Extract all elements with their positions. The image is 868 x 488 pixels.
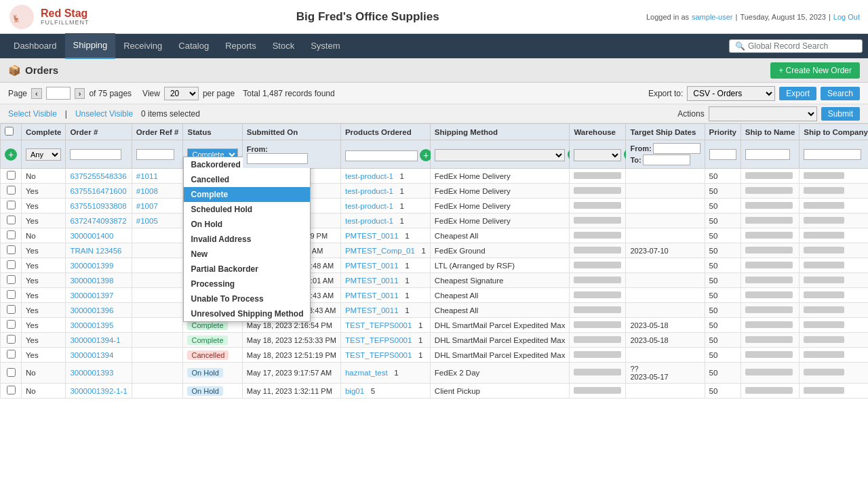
row-checkbox[interactable] — [7, 320, 16, 329]
priority-filter-input[interactable] — [709, 149, 736, 160]
nav-catalog[interactable]: Catalog — [170, 34, 217, 58]
create-new-order-button[interactable]: + Create New Order — [770, 62, 860, 79]
row-checkbox[interactable] — [7, 216, 16, 224]
product-link[interactable]: TEST_TEFPS0001 — [345, 351, 412, 359]
status-option-processing[interactable]: Processing — [184, 277, 310, 291]
prev-page-button[interactable]: ‹ — [31, 88, 42, 99]
export-button[interactable]: Export — [779, 87, 816, 100]
order-ref-link[interactable]: #1011 — [136, 172, 158, 180]
order-id-link[interactable]: 3000001397 — [70, 291, 113, 300]
nav-system[interactable]: System — [302, 34, 348, 58]
row-priority: 50 — [705, 348, 741, 363]
product-link[interactable]: PMTEST_0011 — [345, 291, 399, 300]
order-id-link[interactable]: 6375255548336 — [70, 172, 126, 180]
nav-shipping[interactable]: Shipping — [65, 33, 116, 59]
ship-name-filter-input[interactable] — [745, 149, 790, 160]
next-page-button[interactable]: › — [75, 88, 85, 99]
order-id-link[interactable]: 3000001393 — [70, 369, 113, 377]
order-ref-link[interactable]: #1008 — [136, 187, 158, 195]
order-id-link[interactable]: 3000001396 — [70, 306, 113, 314]
order-id-link[interactable]: 3000001398 — [70, 277, 113, 285]
row-ship-company — [800, 228, 868, 243]
product-link[interactable]: hazmat_test — [345, 369, 388, 377]
product-link[interactable]: test-product-1 — [345, 217, 393, 225]
order-id-link[interactable]: 6375510933808 — [70, 202, 126, 210]
global-search-bar[interactable]: 🔍 — [729, 39, 863, 53]
ship-company-filter-input[interactable] — [804, 149, 861, 160]
product-link[interactable]: test-product-1 — [345, 202, 393, 210]
status-option-scheduled-hold[interactable]: Scheduled Hold — [184, 202, 310, 217]
nav-receiving[interactable]: Receiving — [115, 34, 170, 58]
status-option-complete[interactable]: Complete — [184, 187, 310, 202]
row-checkbox[interactable] — [7, 335, 16, 344]
order-id-link[interactable]: 3000001392-1-1 — [70, 387, 127, 395]
order-ref-link[interactable]: #1007 — [136, 202, 158, 210]
order-id-link[interactable]: 6375516471600 — [70, 187, 126, 195]
row-checkbox[interactable] — [7, 368, 16, 377]
status-option-on-hold[interactable]: On Hold — [184, 217, 310, 232]
product-link[interactable]: PMTEST_Comp_01 — [345, 247, 415, 255]
status-option-new[interactable]: New — [184, 247, 310, 262]
shipping-filter-select[interactable] — [435, 149, 566, 161]
row-checkbox[interactable] — [7, 350, 16, 359]
row-checkbox[interactable] — [7, 230, 16, 239]
order-id-link[interactable]: 3000001394 — [70, 351, 113, 359]
order-id-link[interactable]: 3000001400 — [70, 232, 113, 240]
order-ref-link[interactable]: #1005 — [136, 217, 158, 225]
status-option-cancelled[interactable]: Cancelled — [184, 172, 310, 187]
row-checkbox[interactable] — [7, 171, 16, 180]
product-link[interactable]: PMTEST_0011 — [345, 262, 399, 270]
status-option-partial-backorder[interactable]: Partial Backorder — [184, 262, 310, 277]
order-ref-filter-input[interactable] — [136, 149, 174, 160]
row-checkbox[interactable] — [7, 290, 16, 299]
add-filter-button[interactable]: + — [5, 148, 17, 161]
actions-select[interactable] — [709, 106, 817, 121]
product-link[interactable]: TEST_TEFPS0001 — [345, 336, 412, 344]
product-link[interactable]: TEST_TEFPS0001 — [345, 321, 412, 329]
unselect-visible-link[interactable]: Unselect Visible — [75, 109, 133, 119]
target-to-input[interactable] — [643, 155, 690, 165]
row-checkbox[interactable] — [7, 260, 16, 269]
submitted-from-input[interactable] — [247, 153, 308, 164]
select-visible-link[interactable]: Select Visible — [8, 109, 57, 119]
warehouse-filter-select[interactable] — [574, 149, 621, 161]
status-option-unable-to-process[interactable]: Unable To Process — [184, 291, 310, 306]
logout-link[interactable]: Log Out — [833, 13, 860, 21]
order-id-link[interactable]: 6372474093872 — [70, 217, 126, 225]
select-all-checkbox[interactable] — [5, 127, 14, 136]
product-link[interactable]: PMTEST_0011 — [345, 277, 399, 285]
order-id-link[interactable]: 3000001399 — [70, 262, 113, 270]
product-link[interactable]: test-product-1 — [345, 172, 393, 180]
product-link[interactable]: PMTEST_0011 — [345, 232, 399, 240]
row-checkbox[interactable] — [7, 245, 16, 254]
page-input[interactable]: 1 — [46, 87, 71, 100]
username-link[interactable]: sample-user — [692, 13, 733, 21]
status-option-invalid-address[interactable]: Invalid Address — [184, 232, 310, 247]
order-id-filter-input[interactable] — [70, 149, 121, 160]
order-id-link[interactable]: TRAIN 123456 — [70, 247, 121, 255]
search-button[interactable]: Search — [821, 87, 860, 100]
row-checkbox[interactable] — [7, 275, 16, 284]
per-page-select[interactable]: 2050100 — [164, 87, 199, 100]
nav-reports[interactable]: Reports — [217, 34, 264, 58]
order-id-link[interactable]: 3000001394-1 — [70, 336, 120, 344]
submit-button[interactable]: Submit — [821, 107, 860, 121]
products-filter-input[interactable] — [345, 150, 418, 161]
export-format-select[interactable]: CSV - Orders — [687, 86, 775, 101]
nav-dashboard[interactable]: Dashboard — [5, 34, 65, 58]
row-checkbox[interactable] — [7, 386, 16, 394]
nav-stock[interactable]: Stock — [264, 34, 303, 58]
product-link[interactable]: big01 — [345, 387, 364, 395]
row-checkbox[interactable] — [7, 186, 16, 195]
row-priority: 50 — [705, 273, 741, 288]
complete-filter-select[interactable]: AnyYesNo — [26, 148, 61, 161]
target-from-input[interactable] — [653, 143, 701, 154]
row-checkbox[interactable] — [7, 305, 16, 314]
row-checkbox[interactable] — [7, 201, 16, 209]
product-link[interactable]: PMTEST_0011 — [345, 306, 399, 314]
global-search-input[interactable] — [748, 41, 856, 51]
order-id-link[interactable]: 3000001395 — [70, 321, 113, 329]
status-option-unresolved-shipping[interactable]: Unresolved Shipping Method — [184, 306, 310, 321]
product-link[interactable]: test-product-1 — [345, 187, 393, 195]
filter-status[interactable]: Complete Backordered Cancelled Complete … — [183, 140, 242, 169]
